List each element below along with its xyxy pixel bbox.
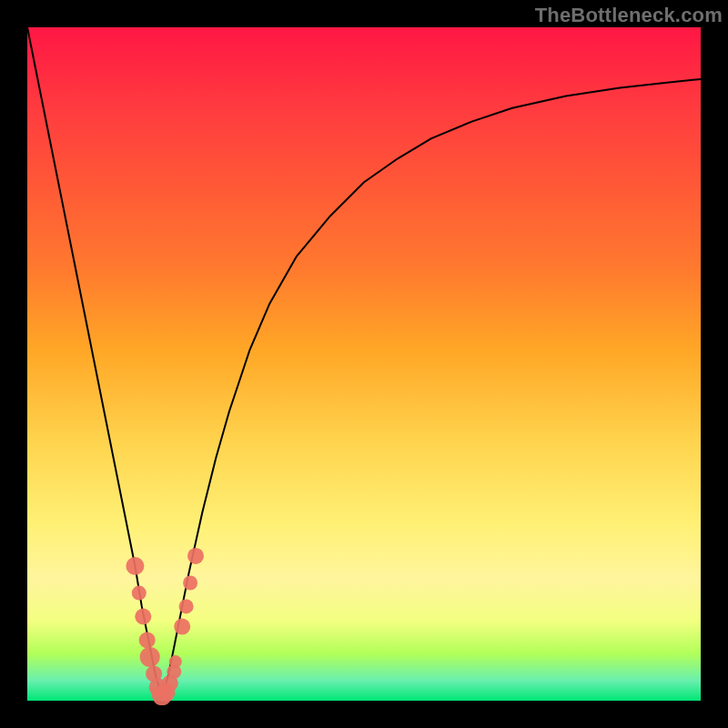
- data-markers: [126, 548, 204, 705]
- data-marker: [187, 548, 204, 564]
- data-marker: [169, 655, 182, 668]
- data-marker: [140, 647, 160, 667]
- data-marker: [139, 632, 156, 648]
- data-marker: [126, 557, 144, 575]
- bottleneck-curve: [27, 27, 701, 697]
- data-marker: [132, 586, 147, 601]
- plot-area: [27, 27, 701, 701]
- chart-frame: TheBottleneck.com: [0, 0, 728, 728]
- chart-svg: [27, 27, 701, 701]
- data-marker: [183, 576, 197, 591]
- watermark-text: TheBottleneck.com: [535, 4, 723, 27]
- data-marker: [135, 609, 151, 625]
- data-marker: [179, 599, 194, 613]
- data-marker: [174, 619, 190, 635]
